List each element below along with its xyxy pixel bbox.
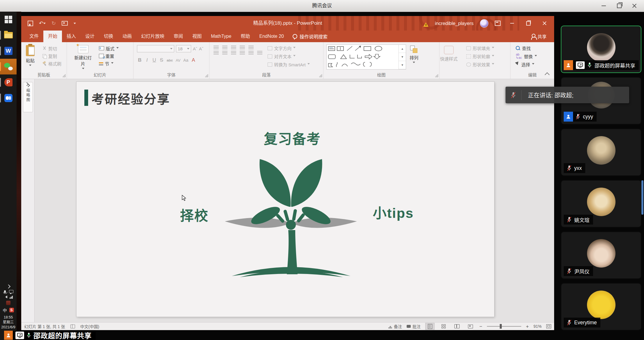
- normal-view-button[interactable]: [425, 323, 435, 330]
- drawing-dialog-launcher-icon[interactable]: [435, 74, 438, 77]
- fit-slide-icon[interactable]: [546, 324, 551, 328]
- shapes-gallery[interactable]: ▲ ▼ ▼: [326, 44, 406, 70]
- grow-font-button[interactable]: Aˆ: [193, 46, 197, 51]
- tray-monitor-icon[interactable]: [9, 290, 13, 293]
- ppt-minimize-button[interactable]: [507, 16, 517, 31]
- layout-button[interactable]: 版式: [99, 44, 119, 52]
- account-avatar[interactable]: [480, 19, 488, 28]
- shape-effects-button[interactable]: 形状效果: [466, 61, 494, 67]
- zoom-level[interactable]: 91%: [533, 324, 542, 329]
- decrease-indent-icon[interactable]: [231, 46, 236, 50]
- participant-tile[interactable]: 姚文瑄: [561, 180, 641, 227]
- shapes-scrollbar[interactable]: ▲ ▼ ▼: [399, 45, 406, 69]
- shape-fill-button[interactable]: 形状填充: [466, 45, 494, 51]
- bullets-icon[interactable]: [214, 46, 219, 50]
- tab-review[interactable]: 审阅: [169, 31, 188, 42]
- slide-sorter-button[interactable]: [439, 323, 448, 330]
- tab-animations[interactable]: 动画: [118, 31, 136, 42]
- shapes-scroll-up-icon[interactable]: ▲: [399, 45, 406, 53]
- paragraph-dialog-launcher-icon[interactable]: [319, 74, 322, 77]
- quick-styles-button[interactable]: 快速样式: [440, 43, 458, 62]
- underline-button[interactable]: U: [152, 57, 156, 63]
- character-spacing-button[interactable]: AV: [176, 58, 180, 63]
- shapes-more-icon[interactable]: ▼: [399, 53, 406, 61]
- taskbar-clock[interactable]: 18:55 星期三 2021/6/9: [1, 315, 15, 330]
- taskbar-item-powerpoint[interactable]: P: [0, 74, 17, 90]
- tab-help[interactable]: 帮助: [236, 31, 255, 42]
- font-color-button[interactable]: A: [191, 57, 195, 63]
- change-case-button[interactable]: Aa: [183, 58, 188, 63]
- taskbar-item-wechat[interactable]: [0, 59, 17, 74]
- zoom-slider-thumb[interactable]: [500, 324, 502, 329]
- shape-outline-button[interactable]: 形状轮廓: [466, 53, 494, 59]
- ime-language-indicator[interactable]: 中: [3, 307, 7, 313]
- tray-mic-icon[interactable]: [4, 290, 6, 293]
- reading-view-button[interactable]: [453, 323, 461, 330]
- font-dialog-launcher-icon[interactable]: [205, 74, 208, 77]
- slide-canvas[interactable]: 考研经验分享 复习备考 择校 小tips: [77, 82, 494, 317]
- participant-tile-sharer[interactable]: 邵政超的屏幕共享: [561, 26, 641, 73]
- increase-indent-icon[interactable]: [240, 46, 245, 50]
- tab-transitions[interactable]: 切换: [99, 31, 118, 42]
- account-name[interactable]: incredible_players: [435, 21, 474, 26]
- align-left-icon[interactable]: [214, 51, 219, 55]
- new-slide-button[interactable]: 新建幻灯片: [74, 42, 92, 70]
- zoom-slider[interactable]: [487, 326, 521, 327]
- arrange-button[interactable]: 排列: [410, 43, 418, 64]
- reset-button[interactable]: 重置: [99, 52, 119, 60]
- align-text-button[interactable]: 对齐文本: [268, 53, 309, 59]
- bold-button[interactable]: B: [138, 57, 142, 63]
- tab-view[interactable]: 视图: [188, 31, 206, 42]
- tab-endnote[interactable]: EndNote 20: [255, 31, 289, 42]
- line-spacing-icon[interactable]: [248, 46, 254, 50]
- notes-button[interactable]: 备注: [388, 323, 402, 329]
- tray-app-icon[interactable]: [6, 301, 10, 305]
- tray-network-icon[interactable]: [10, 295, 13, 299]
- meeting-minimize-button[interactable]: [597, 0, 610, 12]
- slideshow-view-button[interactable]: [466, 323, 475, 330]
- find-button[interactable]: 查找: [516, 44, 537, 52]
- section-button[interactable]: 节: [99, 60, 119, 67]
- participant-tile[interactable]: yxx: [561, 129, 641, 176]
- tray-speaker-icon[interactable]: [4, 296, 7, 298]
- tab-mathtype[interactable]: MathType: [206, 31, 236, 42]
- thumbnail-pane-tab[interactable]: 缩略图: [23, 82, 33, 112]
- meeting-close-button[interactable]: [628, 0, 641, 12]
- shadow-button[interactable]: abc: [167, 58, 173, 63]
- font-name-combobox[interactable]: [137, 45, 174, 52]
- smartart-button[interactable]: 转换为 SmartArt: [268, 61, 309, 67]
- ppt-restore-button[interactable]: [523, 16, 533, 31]
- zoom-in-button[interactable]: +: [526, 324, 529, 329]
- tab-insert[interactable]: 插入: [62, 31, 81, 42]
- participant-tile[interactable]: 尹凤仪: [561, 232, 641, 279]
- shrink-font-button[interactable]: Aˇ: [199, 46, 203, 51]
- participant-tile[interactable]: Everytime: [561, 283, 641, 330]
- start-button[interactable]: [0, 12, 17, 27]
- replace-button[interactable]: ab↳ac替换: [516, 52, 537, 60]
- font-size-combobox[interactable]: 18: [176, 45, 191, 52]
- alert-icon[interactable]: [423, 20, 428, 27]
- select-button[interactable]: 选择: [516, 60, 537, 68]
- meeting-restore-button[interactable]: [613, 0, 626, 12]
- tab-home[interactable]: 开始: [43, 31, 62, 42]
- tell-me-search[interactable]: 操作说明搜索: [289, 31, 332, 42]
- format-painter-button[interactable]: 格式刷: [42, 60, 61, 67]
- ppt-close-button[interactable]: [540, 16, 549, 31]
- copy-button[interactable]: 复制: [42, 52, 61, 60]
- distribute-icon[interactable]: [248, 51, 254, 55]
- cut-button[interactable]: 剪切: [42, 44, 61, 52]
- taskbar-item-explorer[interactable]: [0, 27, 17, 43]
- justify-icon[interactable]: [240, 51, 245, 55]
- clipboard-dialog-launcher-icon[interactable]: [63, 74, 65, 77]
- tray-expand-icon[interactable]: [6, 284, 10, 289]
- italic-button[interactable]: I: [145, 57, 149, 63]
- tab-file[interactable]: 文件: [25, 31, 43, 42]
- shapes-scroll-down-icon[interactable]: ▼: [399, 61, 406, 69]
- language-indicator[interactable]: 中文(中国): [80, 323, 99, 329]
- tab-slideshow[interactable]: 幻灯片放映: [136, 31, 169, 42]
- numbering-icon[interactable]: [222, 46, 227, 50]
- paste-button[interactable]: 粘贴: [26, 42, 35, 67]
- text-direction-button[interactable]: 文字方向: [268, 45, 309, 51]
- ribbon-display-options-icon[interactable]: [495, 21, 501, 26]
- comments-button[interactable]: 批注: [407, 323, 421, 329]
